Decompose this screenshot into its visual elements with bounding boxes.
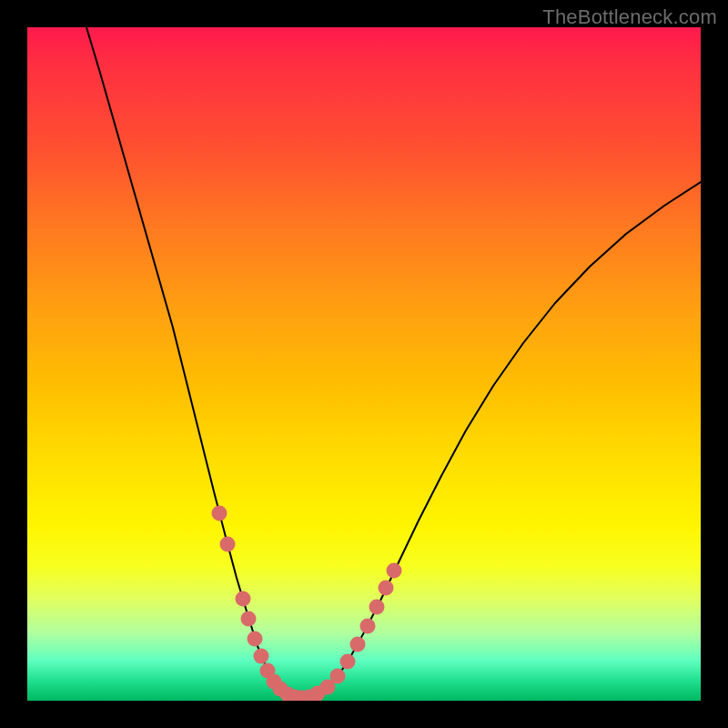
svg-point-1 [220, 537, 236, 552]
curve-layer [27, 27, 701, 701]
plot-area [27, 27, 701, 701]
svg-point-17 [350, 637, 366, 652]
svg-point-18 [360, 619, 376, 634]
svg-point-21 [387, 563, 402, 579]
svg-point-4 [248, 632, 263, 647]
svg-point-2 [236, 592, 251, 607]
svg-point-20 [379, 581, 394, 596]
bottleneck-curve [86, 27, 701, 698]
svg-point-0 [212, 506, 228, 521]
highlight-dots [212, 506, 402, 702]
svg-point-15 [330, 669, 346, 684]
svg-point-16 [340, 654, 356, 670]
svg-point-19 [369, 600, 385, 615]
svg-point-5 [254, 649, 269, 664]
chart-frame: TheBottleneck.com [0, 0, 728, 728]
svg-point-3 [241, 612, 257, 627]
watermark-text: TheBottleneck.com [542, 5, 717, 29]
